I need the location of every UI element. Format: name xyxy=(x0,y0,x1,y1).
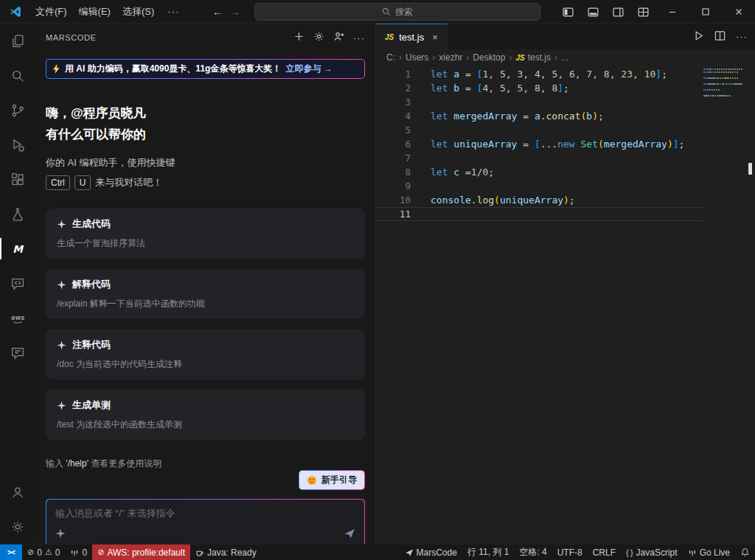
code-line-5[interactable]: 5 xyxy=(376,123,703,137)
prompt-card-3[interactable]: 生成单测/test 为这段选中的函数生成单测 xyxy=(46,390,365,440)
aws-icon[interactable]: aws xyxy=(0,301,35,335)
code-line-9[interactable]: 9 xyxy=(376,179,703,193)
menu-item-1[interactable]: 编辑(E) xyxy=(73,3,116,21)
activity-bar: M aws xyxy=(0,24,35,544)
breadcrumb-item[interactable]: C: xyxy=(386,52,395,63)
prompt-card-1[interactable]: 解释代码/explain 解释一下当前选中函数的功能 xyxy=(46,269,365,319)
testing-icon[interactable] xyxy=(0,197,35,231)
warning-icon: ⚠ xyxy=(45,547,52,557)
plane-icon xyxy=(405,548,414,557)
status-bar: >< ⊘0 ⚠0 0 ⊘AWS: profile:default Java: R… xyxy=(0,544,755,560)
new-chat-icon[interactable] xyxy=(293,31,305,44)
menubar-more-button[interactable]: ··· xyxy=(161,4,185,19)
code-line-1[interactable]: 1let a = [1, 5, 3, 4, 5, 6, 7, 8, 23, 10… xyxy=(376,67,703,81)
breadcrumb-item[interactable]: Users xyxy=(406,52,428,63)
sidebar-more-icon[interactable]: ··· xyxy=(353,32,365,43)
java-status[interactable]: Java: Ready xyxy=(190,545,262,560)
toggle-sidebar-icon[interactable] xyxy=(555,0,580,24)
sidebar-title: MARSCODE xyxy=(46,33,96,42)
breadcrumb-item[interactable]: JStest.js xyxy=(515,52,551,63)
maximize-button[interactable] xyxy=(689,0,722,24)
chat-input-box[interactable]: 输入消息或者 “/” 来选择指令 xyxy=(46,499,365,544)
source-control-icon[interactable] xyxy=(0,93,35,127)
language-mode[interactable]: { }JavaScript xyxy=(621,545,683,560)
back-button[interactable]: ← xyxy=(212,6,223,18)
banner-cta[interactable]: 立即参与 → xyxy=(285,63,332,75)
card-title: 解释代码 xyxy=(72,278,111,291)
run-debug-icon[interactable] xyxy=(0,127,35,162)
code-line-10[interactable]: 10console.log(uniqueArray); xyxy=(376,193,703,207)
tab-testjs[interactable]: JS test.js × xyxy=(376,24,448,49)
search-sidebar-icon[interactable] xyxy=(0,58,35,93)
vscode-logo-icon xyxy=(9,5,22,18)
menu-item-2[interactable]: 选择(S) xyxy=(116,3,160,21)
indentation[interactable]: 空格: 4 xyxy=(514,545,552,560)
code-line-6[interactable]: 6let uniqueArray = [...new Set(mergedArr… xyxy=(376,137,703,151)
encoding[interactable]: UTF-8 xyxy=(552,545,588,560)
problems-indicator[interactable]: ⊘0 ⚠0 xyxy=(22,545,65,560)
send-icon[interactable] xyxy=(344,528,355,539)
minimap[interactable] xyxy=(703,69,743,101)
code-line-2[interactable]: 2let b = [4, 5, 5, 8, 8]; xyxy=(376,81,703,95)
breadcrumb-item[interactable]: Desktop xyxy=(473,52,505,63)
marscode-status[interactable]: MarsCode xyxy=(400,545,462,560)
promo-banner[interactable]: 用 AI 助力编码，赢取4090显卡、11g金条等惊喜大奖！ 立即参与 → xyxy=(46,59,365,79)
code-line-8[interactable]: 8let c =1/0; xyxy=(376,165,703,179)
eol-indicator[interactable]: CRLF xyxy=(588,545,621,560)
marscode-icon[interactable]: M xyxy=(0,231,35,266)
search-icon xyxy=(382,7,391,16)
explorer-icon[interactable] xyxy=(0,24,35,58)
editor-more-icon[interactable]: ··· xyxy=(736,31,748,42)
lightning-icon xyxy=(52,64,60,74)
prompt-card-0[interactable]: 生成代码生成一个冒泡排序算法 xyxy=(46,209,365,259)
accounts-icon[interactable] xyxy=(0,475,35,509)
menubar-items: 文件(F)编辑(E)选择(S) xyxy=(29,3,160,21)
settings-gear-icon[interactable] xyxy=(0,509,35,544)
forward-button[interactable]: → xyxy=(230,6,240,18)
guide-button[interactable]: 新手引导 xyxy=(299,470,365,490)
split-editor-icon[interactable] xyxy=(714,30,726,43)
prompt-sparkle-icon[interactable] xyxy=(55,528,66,539)
editor-group: JS test.js × ··· C:›Users›xiezhr›Desktop… xyxy=(376,24,755,544)
vscode-window: 文件(F)编辑(E)选择(S)··· ← → 搜索 M xyxy=(0,0,755,560)
sidebar-settings-icon[interactable] xyxy=(313,31,324,44)
tab-close-icon[interactable]: × xyxy=(432,32,438,43)
code-line-4[interactable]: 4let mergedArray = a.concat(b); xyxy=(376,109,703,123)
menubar: 文件(F)编辑(E)选择(S)··· xyxy=(29,3,185,21)
svg-text:M: M xyxy=(13,242,24,254)
toggle-panel-icon[interactable] xyxy=(580,0,605,24)
greeting-line2: 有什么可以帮你的 xyxy=(46,124,365,145)
remote-indicator[interactable]: >< xyxy=(0,545,22,560)
code-line-11[interactable]: 11 xyxy=(376,207,703,221)
share-user-icon[interactable] xyxy=(333,31,344,44)
close-button[interactable] xyxy=(722,0,755,24)
sparkle-icon xyxy=(57,220,66,229)
run-file-icon[interactable] xyxy=(693,30,704,43)
help-line: 输入 '/help' 查看更多使用说明 xyxy=(46,458,365,470)
code-chat-icon[interactable] xyxy=(0,266,35,301)
intro-line1: 你的 AI 编程助手，使用快捷键 xyxy=(46,153,365,172)
code-line-3[interactable]: 3 xyxy=(376,95,703,109)
breadcrumb-item[interactable]: ... xyxy=(561,52,568,63)
card-title: 生成单测 xyxy=(72,399,111,412)
intro-text: 你的 AI 编程助手，使用快捷键 CtrlU来与我对话吧！ xyxy=(46,153,365,192)
customize-layout-icon[interactable] xyxy=(630,0,655,24)
ports-indicator[interactable]: 0 xyxy=(65,545,92,560)
aws-status-badge[interactable]: ⊘AWS: profile:default xyxy=(92,545,190,560)
breadcrumb-item[interactable]: xiezhr xyxy=(439,52,462,63)
command-center-search[interactable]: 搜索 xyxy=(254,3,540,21)
extensions-icon[interactable] xyxy=(0,162,35,197)
code-line-7[interactable]: 7 xyxy=(376,151,703,165)
prompt-card-2[interactable]: 注释代码/doc 为当前选中的代码生成注释 xyxy=(46,329,365,379)
broadcast-icon xyxy=(70,548,79,557)
history-nav: ← → xyxy=(212,0,240,24)
minimize-button[interactable] xyxy=(655,0,689,24)
code-editor[interactable]: 1let a = [1, 5, 3, 4, 5, 6, 7, 8, 23, 10… xyxy=(376,66,755,544)
cursor-position[interactable]: 行 11, 列 1 xyxy=(462,545,514,560)
toggle-secondary-sidebar-icon[interactable] xyxy=(605,0,630,24)
feedback-icon[interactable] xyxy=(0,335,35,370)
menu-item-0[interactable]: 文件(F) xyxy=(29,3,73,21)
svg-text:aws: aws xyxy=(11,313,25,321)
go-live-button[interactable]: Go Live xyxy=(683,545,735,560)
notifications-bell[interactable] xyxy=(735,545,755,560)
